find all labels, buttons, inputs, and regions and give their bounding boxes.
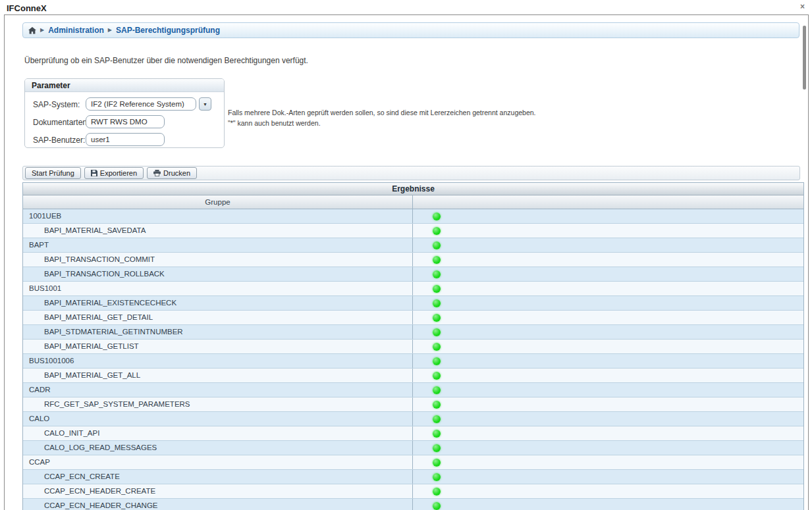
printer-icon bbox=[153, 170, 161, 176]
row-status-cell bbox=[413, 470, 803, 484]
row-status-cell bbox=[413, 441, 803, 455]
status-ok-icon bbox=[433, 488, 441, 496]
exportieren-label: Exportieren bbox=[100, 169, 137, 177]
table-row[interactable]: BAPI_MATERIAL_EXISTENCECHECK bbox=[23, 296, 803, 311]
row-status-cell bbox=[413, 296, 803, 310]
table-row[interactable]: BAPI_MATERIAL_GET_DETAIL bbox=[23, 311, 803, 325]
dokumentarten-label: Dokumentarten: bbox=[33, 118, 89, 127]
row-status-cell bbox=[413, 354, 803, 368]
table-row[interactable]: RFC_GET_SAP_SYSTEM_PARAMETERS bbox=[23, 397, 803, 412]
field-row-sap-system: SAP-System: IF2 (IF2 Reference System) ▼ bbox=[25, 97, 224, 112]
status-ok-icon bbox=[433, 285, 441, 293]
status-ok-icon bbox=[433, 502, 441, 510]
hint-text: Falls mehrere Dok.-Arten geprüft werden … bbox=[228, 107, 536, 128]
table-row[interactable]: BAPI_STDMATERIAL_GETINTNUMBER bbox=[23, 325, 803, 340]
main-panel: ▶Administration▶SAP-Berechtigungsprüfung… bbox=[4, 14, 809, 510]
row-status-cell bbox=[413, 325, 803, 339]
table-row[interactable]: BAPI_TRANSACTION_COMMIT bbox=[23, 253, 803, 267]
row-label: BUS1001 bbox=[23, 282, 413, 295]
status-ok-icon bbox=[433, 227, 441, 235]
table-row[interactable]: CCAP_ECN_HEADER_CHANGE bbox=[23, 499, 803, 510]
sap-benutzer-input[interactable] bbox=[86, 133, 165, 146]
row-status-cell bbox=[413, 455, 803, 469]
table-row[interactable]: BAPI_MATERIAL_GET_ALL bbox=[23, 369, 803, 383]
row-label: BAPI_TRANSACTION_ROLLBACK bbox=[23, 267, 413, 281]
page: IFConneX × ▶Administration▶SAP-Berechtig… bbox=[0, 0, 812, 510]
results-title: Ergebnisse bbox=[23, 183, 803, 195]
row-status-cell bbox=[413, 267, 803, 281]
breadcrumb: ▶Administration▶SAP-Berechtigungsprüfung bbox=[22, 22, 799, 38]
table-row[interactable]: BAPI_MATERIAL_GETLIST bbox=[23, 340, 803, 354]
table-row[interactable]: BAPI_TRANSACTION_ROLLBACK bbox=[23, 267, 803, 282]
dokumentarten-input[interactable] bbox=[86, 115, 165, 128]
status-ok-icon bbox=[433, 357, 441, 365]
status-ok-icon bbox=[433, 328, 441, 336]
table-row[interactable]: CCAP_ECN_HEADER_CREATE bbox=[23, 484, 803, 499]
table-row[interactable]: 1001UEB bbox=[23, 209, 803, 224]
row-status-cell bbox=[413, 412, 803, 426]
status-ok-icon bbox=[433, 401, 441, 409]
breadcrumb-item[interactable]: SAP-Berechtigungsprüfung bbox=[116, 26, 220, 35]
app-title: IFConneX bbox=[7, 3, 47, 13]
home-icon[interactable] bbox=[28, 27, 36, 34]
row-status-cell bbox=[413, 499, 803, 510]
sap-system-select[interactable]: IF2 (IF2 Reference System) bbox=[86, 97, 196, 111]
start-pruefung-label: Start Prüfung bbox=[32, 169, 74, 177]
breadcrumb-arrow-icon: ▶ bbox=[40, 28, 44, 33]
breadcrumb-item[interactable]: Administration bbox=[48, 26, 104, 35]
table-row[interactable]: CALO bbox=[23, 412, 803, 426]
sap-benutzer-label: SAP-Benutzer: bbox=[33, 136, 85, 145]
status-ok-icon bbox=[433, 242, 441, 249]
results-table: Ergebnisse Gruppe 1001UEBBAPI_MATERIAL_S… bbox=[22, 182, 804, 510]
table-row[interactable]: BUS1001 bbox=[23, 282, 803, 296]
save-icon bbox=[91, 170, 97, 176]
sap-system-dropdown-button[interactable]: ▼ bbox=[199, 97, 211, 111]
row-status-cell bbox=[413, 238, 803, 252]
row-status-cell bbox=[413, 484, 803, 498]
breadcrumb-arrow-icon: ▶ bbox=[108, 28, 112, 33]
close-icon[interactable]: × bbox=[800, 2, 805, 11]
status-ok-icon bbox=[433, 372, 441, 380]
field-row-dokumentarten: Dokumentarten: bbox=[25, 115, 224, 130]
table-row[interactable]: BAPT bbox=[23, 238, 803, 253]
row-status-cell bbox=[413, 253, 803, 267]
exportieren-button[interactable]: Exportieren bbox=[84, 167, 144, 179]
status-ok-icon bbox=[433, 444, 441, 452]
drucken-button[interactable]: Drucken bbox=[147, 167, 197, 179]
table-row[interactable]: CCAP bbox=[23, 455, 803, 470]
table-row[interactable]: BUS1001006 bbox=[23, 354, 803, 369]
table-row[interactable]: CADR bbox=[23, 383, 803, 397]
status-column-header bbox=[413, 195, 803, 209]
table-row[interactable]: CCAP_ECN_CREATE bbox=[23, 470, 803, 484]
hint-line-2: "*" kann auch benutzt werden. bbox=[228, 118, 536, 128]
row-status-cell bbox=[413, 340, 803, 353]
row-status-cell bbox=[413, 209, 803, 223]
status-ok-icon bbox=[433, 415, 441, 423]
status-ok-icon bbox=[433, 299, 441, 307]
table-row[interactable]: CALO_LOG_READ_MESSAGES bbox=[23, 441, 803, 455]
status-ok-icon bbox=[433, 256, 441, 264]
row-label: BAPT bbox=[23, 238, 413, 252]
row-label: CADR bbox=[23, 383, 413, 397]
gruppe-column-header[interactable]: Gruppe bbox=[23, 195, 413, 209]
table-row[interactable]: BAPI_MATERIAL_SAVEDATA bbox=[23, 224, 803, 238]
row-label: CALO bbox=[23, 412, 413, 426]
status-ok-icon bbox=[433, 270, 441, 278]
row-label: 1001UEB bbox=[23, 209, 413, 223]
row-label: BAPI_MATERIAL_GETLIST bbox=[23, 340, 413, 353]
row-label: BUS1001006 bbox=[23, 354, 413, 368]
row-status-cell bbox=[413, 311, 803, 324]
row-label: CCAP_ECN_CREATE bbox=[23, 470, 413, 484]
status-ok-icon bbox=[433, 459, 441, 467]
row-label: CCAP_ECN_HEADER_CHANGE bbox=[23, 499, 413, 510]
scrollbar-thumb[interactable] bbox=[803, 26, 806, 89]
drucken-label: Drucken bbox=[163, 169, 190, 177]
row-status-cell bbox=[413, 383, 803, 397]
row-status-cell bbox=[413, 369, 803, 382]
row-label: CALO_LOG_READ_MESSAGES bbox=[23, 441, 413, 455]
hint-line-1: Falls mehrere Dok.-Arten geprüft werden … bbox=[228, 107, 536, 118]
table-row[interactable]: CALO_INIT_API bbox=[23, 426, 803, 441]
start-pruefung-button[interactable]: Start Prüfung bbox=[25, 167, 81, 179]
field-row-sap-benutzer: SAP-Benutzer: bbox=[25, 133, 224, 147]
parameter-panel-title: Parameter bbox=[25, 79, 224, 92]
